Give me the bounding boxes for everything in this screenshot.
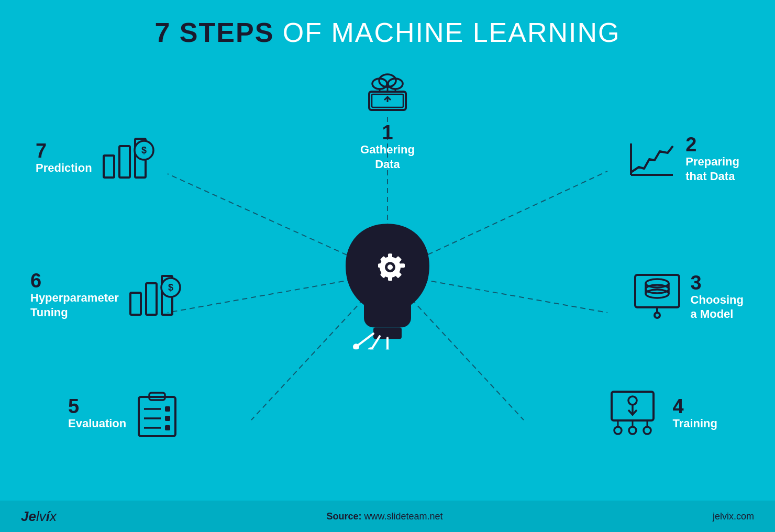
svg-rect-67: [104, 156, 114, 178]
step-5-label: 5 Evaluation: [68, 396, 126, 431]
footer-logo: Jelvíx: [21, 508, 57, 525]
footer-source: Source: www.slideteam.net: [326, 511, 442, 522]
svg-line-19: [356, 334, 373, 347]
step-7-label: 7 Prediction: [36, 141, 92, 175]
step-6-item: 6 HyperparameterTuning $: [30, 271, 184, 319]
step-2-name: Preparingthat Data: [685, 154, 739, 183]
step-2-number: 2: [685, 135, 739, 154]
svg-point-43: [655, 313, 660, 318]
step-3-icon: [631, 271, 683, 323]
step-1-icon: [364, 68, 411, 115]
step-4-icon: [607, 387, 665, 440]
step-3-name: Choosinga Model: [691, 293, 744, 322]
step-1-item: 1 GatheringData: [360, 68, 415, 171]
svg-rect-63: [146, 283, 157, 315]
svg-point-24: [384, 349, 391, 349]
step-3-number: 3: [691, 273, 744, 293]
step-2-label: 2 Preparingthat Data: [685, 135, 739, 183]
svg-rect-60: [165, 425, 170, 430]
center-brain-icon: [330, 213, 445, 349]
step-3-label: 3 Choosinga Model: [691, 273, 744, 322]
step-4-label: 4 Training: [672, 396, 717, 431]
step-1-label: 1 GatheringData: [360, 123, 415, 171]
step-4-number: 4: [672, 396, 717, 416]
footer-source-url: www.slideteam.net: [364, 511, 442, 522]
step-6-icon: $: [126, 272, 184, 319]
svg-text:$: $: [168, 282, 173, 293]
step-7-number: 7: [36, 141, 92, 161]
svg-rect-68: [119, 146, 130, 178]
svg-point-48: [614, 427, 622, 434]
step-7-item: 7 Prediction $: [36, 135, 157, 182]
svg-rect-58: [165, 416, 170, 421]
step-6-name: HyperparameterTuning: [30, 291, 119, 319]
step-3-item: 3 Choosinga Model: [631, 271, 744, 323]
step-5-number: 5: [68, 396, 126, 416]
step-7-icon: $: [99, 135, 157, 182]
svg-point-46: [628, 396, 637, 405]
svg-rect-11: [378, 263, 383, 268]
step-2-icon: [626, 138, 678, 180]
step-7-name: Prediction: [36, 161, 92, 175]
footer-right-url: jelvix.com: [713, 511, 754, 522]
step-2-item: 2 Preparingthat Data: [626, 135, 739, 183]
step-6-label: 6 HyperparameterTuning: [30, 271, 119, 319]
step-5-icon: [134, 387, 181, 440]
step-5-item: 5 Evaluation: [68, 387, 181, 440]
svg-point-18: [388, 264, 393, 270]
svg-point-50: [644, 427, 651, 434]
footer: Jelvíx Source: www.slideteam.net jelvix.…: [0, 501, 775, 532]
main-diagram: 1 GatheringData 2 Preparingthat Data: [0, 53, 775, 504]
svg-rect-56: [165, 406, 170, 412]
footer-source-label: Source:: [326, 511, 361, 522]
page-title: 7 STEPS OF MACHINE LEARNING: [0, 0, 775, 48]
svg-point-49: [629, 427, 636, 434]
title-bold: 7 STEPS: [154, 17, 274, 48]
title-light: OF MACHINE LEARNING: [274, 17, 620, 48]
step-4-name: Training: [672, 416, 717, 431]
step-4-item: 4 Training: [607, 387, 717, 440]
svg-rect-9: [388, 253, 392, 259]
svg-rect-10: [388, 275, 392, 281]
step-6-number: 6: [30, 271, 119, 291]
step-1-name: GatheringData: [360, 142, 415, 171]
svg-rect-62: [130, 293, 141, 315]
svg-rect-12: [400, 263, 405, 268]
step-1-number: 1: [360, 123, 415, 142]
step-5-name: Evaluation: [68, 416, 126, 431]
svg-text:$: $: [141, 145, 147, 156]
